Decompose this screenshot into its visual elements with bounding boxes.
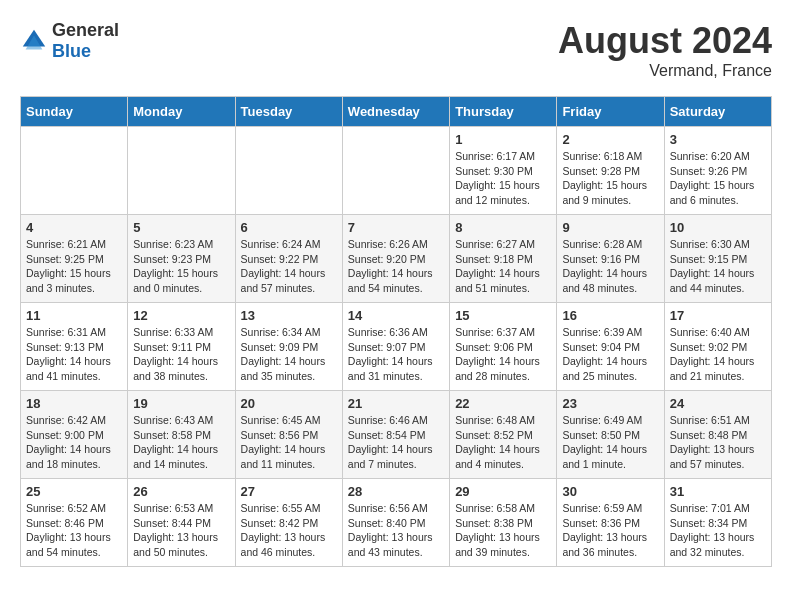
calendar-cell: 13Sunrise: 6:34 AM Sunset: 9:09 PM Dayli… (235, 303, 342, 391)
day-number: 7 (348, 220, 444, 235)
day-info: Sunrise: 6:36 AM Sunset: 9:07 PM Dayligh… (348, 325, 444, 384)
calendar-week-row: 18Sunrise: 6:42 AM Sunset: 9:00 PM Dayli… (21, 391, 772, 479)
calendar-cell (235, 127, 342, 215)
day-info: Sunrise: 6:45 AM Sunset: 8:56 PM Dayligh… (241, 413, 337, 472)
calendar-cell: 27Sunrise: 6:55 AM Sunset: 8:42 PM Dayli… (235, 479, 342, 567)
day-number: 22 (455, 396, 551, 411)
day-number: 14 (348, 308, 444, 323)
day-info: Sunrise: 6:31 AM Sunset: 9:13 PM Dayligh… (26, 325, 122, 384)
calendar-cell: 1Sunrise: 6:17 AM Sunset: 9:30 PM Daylig… (450, 127, 557, 215)
day-info: Sunrise: 6:42 AM Sunset: 9:00 PM Dayligh… (26, 413, 122, 472)
day-number: 20 (241, 396, 337, 411)
title-block: August 2024 Vermand, France (558, 20, 772, 80)
day-info: Sunrise: 6:59 AM Sunset: 8:36 PM Dayligh… (562, 501, 658, 560)
day-info: Sunrise: 6:53 AM Sunset: 8:44 PM Dayligh… (133, 501, 229, 560)
day-number: 5 (133, 220, 229, 235)
calendar-cell: 16Sunrise: 6:39 AM Sunset: 9:04 PM Dayli… (557, 303, 664, 391)
page-header: General Blue August 2024 Vermand, France (20, 20, 772, 80)
day-info: Sunrise: 6:55 AM Sunset: 8:42 PM Dayligh… (241, 501, 337, 560)
day-number: 4 (26, 220, 122, 235)
day-number: 24 (670, 396, 766, 411)
day-info: Sunrise: 6:24 AM Sunset: 9:22 PM Dayligh… (241, 237, 337, 296)
calendar-cell: 10Sunrise: 6:30 AM Sunset: 9:15 PM Dayli… (664, 215, 771, 303)
calendar-cell: 21Sunrise: 6:46 AM Sunset: 8:54 PM Dayli… (342, 391, 449, 479)
day-of-week-header: Thursday (450, 97, 557, 127)
calendar-header-row: SundayMondayTuesdayWednesdayThursdayFrid… (21, 97, 772, 127)
calendar-cell: 29Sunrise: 6:58 AM Sunset: 8:38 PM Dayli… (450, 479, 557, 567)
day-number: 21 (348, 396, 444, 411)
day-info: Sunrise: 6:40 AM Sunset: 9:02 PM Dayligh… (670, 325, 766, 384)
day-number: 27 (241, 484, 337, 499)
calendar-cell (128, 127, 235, 215)
calendar-week-row: 1Sunrise: 6:17 AM Sunset: 9:30 PM Daylig… (21, 127, 772, 215)
day-of-week-header: Wednesday (342, 97, 449, 127)
calendar-cell: 8Sunrise: 6:27 AM Sunset: 9:18 PM Daylig… (450, 215, 557, 303)
calendar-cell: 9Sunrise: 6:28 AM Sunset: 9:16 PM Daylig… (557, 215, 664, 303)
day-number: 15 (455, 308, 551, 323)
day-info: Sunrise: 6:52 AM Sunset: 8:46 PM Dayligh… (26, 501, 122, 560)
day-number: 10 (670, 220, 766, 235)
calendar-cell: 2Sunrise: 6:18 AM Sunset: 9:28 PM Daylig… (557, 127, 664, 215)
calendar-cell: 3Sunrise: 6:20 AM Sunset: 9:26 PM Daylig… (664, 127, 771, 215)
calendar-cell: 31Sunrise: 7:01 AM Sunset: 8:34 PM Dayli… (664, 479, 771, 567)
day-info: Sunrise: 6:51 AM Sunset: 8:48 PM Dayligh… (670, 413, 766, 472)
day-of-week-header: Sunday (21, 97, 128, 127)
day-number: 11 (26, 308, 122, 323)
day-number: 2 (562, 132, 658, 147)
logo: General Blue (20, 20, 119, 62)
calendar-cell: 24Sunrise: 6:51 AM Sunset: 8:48 PM Dayli… (664, 391, 771, 479)
calendar-week-row: 25Sunrise: 6:52 AM Sunset: 8:46 PM Dayli… (21, 479, 772, 567)
day-info: Sunrise: 6:20 AM Sunset: 9:26 PM Dayligh… (670, 149, 766, 208)
calendar-cell: 25Sunrise: 6:52 AM Sunset: 8:46 PM Dayli… (21, 479, 128, 567)
day-number: 18 (26, 396, 122, 411)
calendar-week-row: 11Sunrise: 6:31 AM Sunset: 9:13 PM Dayli… (21, 303, 772, 391)
calendar-cell: 6Sunrise: 6:24 AM Sunset: 9:22 PM Daylig… (235, 215, 342, 303)
day-info: Sunrise: 7:01 AM Sunset: 8:34 PM Dayligh… (670, 501, 766, 560)
calendar-cell: 11Sunrise: 6:31 AM Sunset: 9:13 PM Dayli… (21, 303, 128, 391)
day-number: 3 (670, 132, 766, 147)
day-info: Sunrise: 6:26 AM Sunset: 9:20 PM Dayligh… (348, 237, 444, 296)
day-number: 13 (241, 308, 337, 323)
day-of-week-header: Saturday (664, 97, 771, 127)
calendar-cell: 19Sunrise: 6:43 AM Sunset: 8:58 PM Dayli… (128, 391, 235, 479)
day-number: 31 (670, 484, 766, 499)
calendar-cell: 14Sunrise: 6:36 AM Sunset: 9:07 PM Dayli… (342, 303, 449, 391)
calendar-cell: 22Sunrise: 6:48 AM Sunset: 8:52 PM Dayli… (450, 391, 557, 479)
calendar-cell: 20Sunrise: 6:45 AM Sunset: 8:56 PM Dayli… (235, 391, 342, 479)
day-number: 29 (455, 484, 551, 499)
day-info: Sunrise: 6:34 AM Sunset: 9:09 PM Dayligh… (241, 325, 337, 384)
day-number: 19 (133, 396, 229, 411)
calendar-cell (342, 127, 449, 215)
calendar-cell: 30Sunrise: 6:59 AM Sunset: 8:36 PM Dayli… (557, 479, 664, 567)
day-info: Sunrise: 6:43 AM Sunset: 8:58 PM Dayligh… (133, 413, 229, 472)
day-info: Sunrise: 6:39 AM Sunset: 9:04 PM Dayligh… (562, 325, 658, 384)
location: Vermand, France (558, 62, 772, 80)
day-number: 30 (562, 484, 658, 499)
day-number: 6 (241, 220, 337, 235)
day-info: Sunrise: 6:23 AM Sunset: 9:23 PM Dayligh… (133, 237, 229, 296)
day-info: Sunrise: 6:28 AM Sunset: 9:16 PM Dayligh… (562, 237, 658, 296)
logo-icon (20, 27, 48, 55)
day-info: Sunrise: 6:17 AM Sunset: 9:30 PM Dayligh… (455, 149, 551, 208)
day-info: Sunrise: 6:48 AM Sunset: 8:52 PM Dayligh… (455, 413, 551, 472)
day-info: Sunrise: 6:46 AM Sunset: 8:54 PM Dayligh… (348, 413, 444, 472)
day-number: 8 (455, 220, 551, 235)
day-of-week-header: Monday (128, 97, 235, 127)
day-number: 1 (455, 132, 551, 147)
calendar-cell: 28Sunrise: 6:56 AM Sunset: 8:40 PM Dayli… (342, 479, 449, 567)
day-info: Sunrise: 6:30 AM Sunset: 9:15 PM Dayligh… (670, 237, 766, 296)
day-info: Sunrise: 6:49 AM Sunset: 8:50 PM Dayligh… (562, 413, 658, 472)
calendar-cell: 5Sunrise: 6:23 AM Sunset: 9:23 PM Daylig… (128, 215, 235, 303)
day-info: Sunrise: 6:58 AM Sunset: 8:38 PM Dayligh… (455, 501, 551, 560)
calendar-cell: 26Sunrise: 6:53 AM Sunset: 8:44 PM Dayli… (128, 479, 235, 567)
day-info: Sunrise: 6:56 AM Sunset: 8:40 PM Dayligh… (348, 501, 444, 560)
day-info: Sunrise: 6:18 AM Sunset: 9:28 PM Dayligh… (562, 149, 658, 208)
day-info: Sunrise: 6:21 AM Sunset: 9:25 PM Dayligh… (26, 237, 122, 296)
day-number: 23 (562, 396, 658, 411)
calendar-cell: 7Sunrise: 6:26 AM Sunset: 9:20 PM Daylig… (342, 215, 449, 303)
day-info: Sunrise: 6:27 AM Sunset: 9:18 PM Dayligh… (455, 237, 551, 296)
day-number: 9 (562, 220, 658, 235)
calendar-cell: 23Sunrise: 6:49 AM Sunset: 8:50 PM Dayli… (557, 391, 664, 479)
day-number: 12 (133, 308, 229, 323)
day-info: Sunrise: 6:33 AM Sunset: 9:11 PM Dayligh… (133, 325, 229, 384)
